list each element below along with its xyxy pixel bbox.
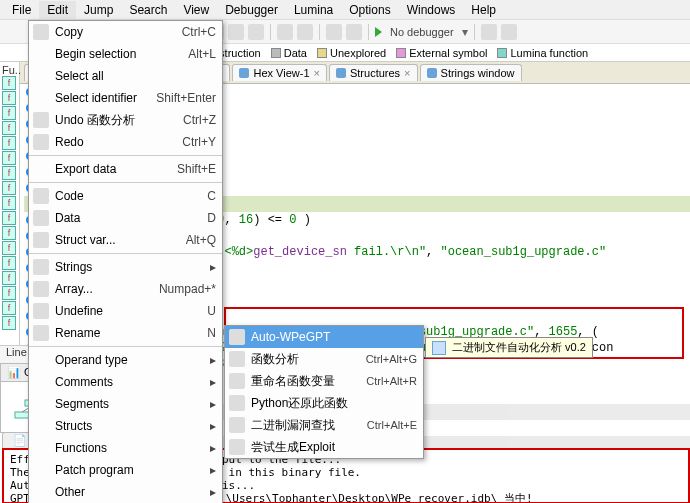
function-item[interactable]: f	[2, 76, 16, 90]
menu-item-icon	[33, 46, 49, 62]
menu-search[interactable]: Search	[121, 1, 175, 19]
function-item[interactable]: f	[2, 301, 16, 315]
menu-options[interactable]: Options	[341, 1, 398, 19]
no-debugger-label[interactable]: No debugger	[386, 26, 458, 38]
menu-item[interactable]: Operand type	[29, 349, 222, 371]
toolbar-icon[interactable]	[228, 24, 244, 40]
menu-item[interactable]: Export dataShift+E	[29, 158, 222, 180]
menu-item-icon	[33, 232, 49, 248]
menu-item-icon	[33, 374, 49, 390]
menu-item[interactable]: Array...Numpad+*	[29, 278, 222, 300]
menu-item[interactable]: CodeC	[29, 185, 222, 207]
menu-lumina[interactable]: Lumina	[286, 1, 341, 19]
function-item[interactable]: f	[2, 166, 16, 180]
toolbar-icon[interactable]	[501, 24, 517, 40]
submenu-item-icon	[229, 439, 245, 455]
doc-icon	[336, 68, 346, 78]
edit-menu-dropdown: CopyCtrl+CBegin selectionAlt+LSelect all…	[28, 20, 223, 503]
submenu-item[interactable]: Python还原此函数	[225, 392, 423, 414]
menu-item[interactable]: Other	[29, 481, 222, 503]
toolbar-icon[interactable]	[481, 24, 497, 40]
function-item[interactable]: f	[2, 106, 16, 120]
menu-item-icon	[33, 396, 49, 412]
menu-jump[interactable]: Jump	[76, 1, 121, 19]
menu-item-icon	[33, 134, 49, 150]
menu-item-icon	[33, 281, 49, 297]
menu-item-icon	[33, 112, 49, 128]
menu-item[interactable]: Strings	[29, 256, 222, 278]
menu-item[interactable]: Patch program	[29, 459, 222, 481]
menu-item-icon	[33, 188, 49, 204]
menu-item-icon	[33, 303, 49, 319]
function-item[interactable]: f	[2, 181, 16, 195]
toolbar-icon[interactable]	[277, 24, 293, 40]
toolbar-icon[interactable]	[326, 24, 342, 40]
function-item[interactable]: f	[2, 151, 16, 165]
chip-lumina: Lumina function	[510, 47, 588, 59]
submenu-item-icon	[229, 351, 245, 367]
menu-item[interactable]: Structs	[29, 415, 222, 437]
menu-item-icon	[33, 68, 49, 84]
toolbar-icon[interactable]	[248, 24, 264, 40]
submenu-item-icon	[229, 395, 245, 411]
menu-debugger[interactable]: Debugger	[217, 1, 286, 19]
menu-item[interactable]: Select identifierShift+Enter	[29, 87, 222, 109]
menu-item[interactable]: Comments	[29, 371, 222, 393]
menu-item[interactable]: RedoCtrl+Y	[29, 131, 222, 153]
doc-icon	[239, 68, 249, 78]
menu-item[interactable]: UndefineU	[29, 300, 222, 322]
close-icon[interactable]: ×	[404, 67, 410, 79]
function-item[interactable]: f	[2, 286, 16, 300]
function-item[interactable]: f	[2, 316, 16, 330]
svg-rect-3	[15, 412, 29, 418]
toolbar-icon[interactable]	[297, 24, 313, 40]
tab-structures[interactable]: Structures×	[329, 64, 418, 81]
function-item[interactable]: f	[2, 241, 16, 255]
menu-item[interactable]: Begin selectionAlt+L	[29, 43, 222, 65]
submenu-item[interactable]: Auto-WPeGPT	[225, 326, 423, 348]
tooltip: 二进制文件自动化分析 v0.2	[425, 337, 593, 358]
doc-icon	[427, 68, 437, 78]
tab-strings[interactable]: Strings window	[420, 64, 522, 81]
menu-edit[interactable]: Edit	[39, 1, 76, 19]
menu-item[interactable]: Struct var...Alt+Q	[29, 229, 222, 251]
menu-item-icon	[33, 440, 49, 456]
menu-item[interactable]: Select all	[29, 65, 222, 87]
menu-windows[interactable]: Windows	[399, 1, 464, 19]
function-item[interactable]: f	[2, 136, 16, 150]
tooltip-text: 二进制文件自动化分析 v0.2	[452, 340, 586, 355]
functions-window-label: Fu..	[2, 64, 21, 76]
menu-view[interactable]: View	[175, 1, 217, 19]
menu-item-icon	[33, 90, 49, 106]
function-item[interactable]: f	[2, 271, 16, 285]
menu-item[interactable]: CopyCtrl+C	[29, 21, 222, 43]
menu-item-icon	[33, 484, 49, 500]
menu-item[interactable]: Undo 函数分析Ctrl+Z	[29, 109, 222, 131]
menu-item[interactable]: RenameN	[29, 322, 222, 344]
submenu-item[interactable]: 二进制漏洞查找Ctrl+Alt+E	[225, 414, 423, 436]
chevron-down-icon[interactable]: ▾	[462, 25, 468, 39]
menu-item[interactable]: DataD	[29, 207, 222, 229]
menu-item[interactable]: Functions	[29, 437, 222, 459]
submenu-item-icon	[229, 329, 245, 345]
close-icon[interactable]: ×	[314, 67, 320, 79]
menu-item-icon	[33, 259, 49, 275]
toolbar-icon[interactable]	[346, 24, 362, 40]
menu-item[interactable]: Segments	[29, 393, 222, 415]
function-item[interactable]: f	[2, 211, 16, 225]
menu-help[interactable]: Help	[463, 1, 504, 19]
function-item[interactable]: f	[2, 226, 16, 240]
submenu-item-icon	[229, 373, 245, 389]
menu-file[interactable]: File	[4, 1, 39, 19]
submenu-item[interactable]: 尝试生成Exploit	[225, 436, 423, 458]
function-item[interactable]: f	[2, 256, 16, 270]
tab-hex-view[interactable]: Hex View-1×	[232, 64, 326, 81]
function-item[interactable]: f	[2, 91, 16, 105]
run-icon[interactable]	[375, 27, 382, 37]
submenu-item[interactable]: 重命名函数变量Ctrl+Alt+R	[225, 370, 423, 392]
submenu-item[interactable]: 函数分析Ctrl+Alt+G	[225, 348, 423, 370]
function-item[interactable]: f	[2, 196, 16, 210]
menu-item-icon	[33, 161, 49, 177]
chip-unexplored: Unexplored	[330, 47, 386, 59]
function-item[interactable]: f	[2, 121, 16, 135]
